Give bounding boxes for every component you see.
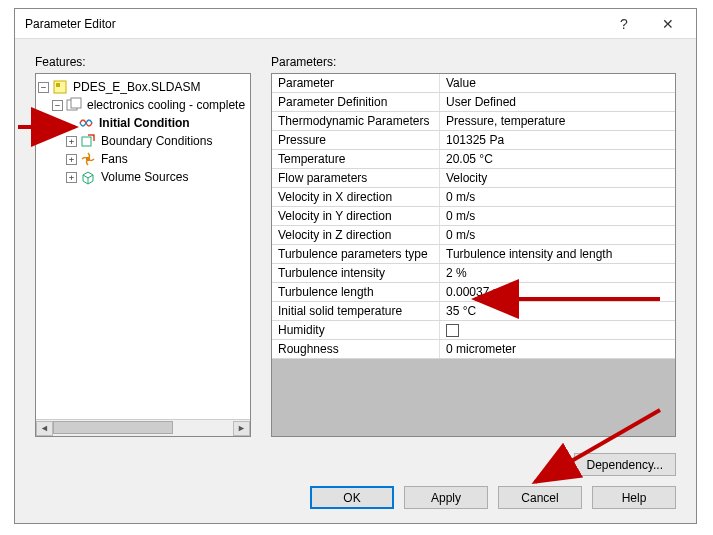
help-button[interactable]: Help xyxy=(592,486,676,509)
assembly-icon xyxy=(52,79,68,95)
param-value[interactable]: 20.05 °C xyxy=(440,150,675,168)
tree-root[interactable]: − PDES_E_Box.SLDASM xyxy=(38,78,248,96)
button-row-top: Dependency... xyxy=(35,453,676,476)
expand-toggle[interactable]: − xyxy=(38,82,49,93)
grid-row[interactable]: Thermodynamic ParametersPressure, temper… xyxy=(272,112,675,131)
initial-condition-icon xyxy=(78,115,94,131)
tree-label: Boundary Conditions xyxy=(99,134,214,148)
param-value[interactable]: Velocity xyxy=(440,169,675,187)
tree-project[interactable]: − electronics cooling - complete xyxy=(38,96,248,114)
grid-header: Parameter Value xyxy=(272,74,675,93)
tree-label: Volume Sources xyxy=(99,170,190,184)
tree-item-volume-sources[interactable]: + Volume Sources xyxy=(38,168,248,186)
parameters-label: Parameters: xyxy=(271,55,676,69)
tree-label: electronics cooling - complete xyxy=(85,98,247,112)
features-tree-box: − PDES_E_Box.SLDASM − electronics coo xyxy=(35,73,251,437)
param-name: Turbulence length xyxy=(272,283,440,301)
col-header-name: Parameter xyxy=(272,74,440,92)
param-name: Turbulence parameters type xyxy=(272,245,440,263)
parameters-grid-box: Parameter Value Parameter DefinitionUser… xyxy=(271,73,676,437)
grid-row[interactable]: Humidity xyxy=(272,321,675,340)
grid-row[interactable]: Turbulence intensity2 % xyxy=(272,264,675,283)
features-tree[interactable]: − PDES_E_Box.SLDASM − electronics coo xyxy=(36,74,250,419)
param-value[interactable]: Pressure, temperature xyxy=(440,112,675,130)
expand-toggle[interactable]: + xyxy=(66,136,77,147)
param-value[interactable]: 0 m/s xyxy=(440,207,675,225)
tree-label: PDES_E_Box.SLDASM xyxy=(71,80,202,94)
parameters-column: Parameters: Parameter Value Parameter De… xyxy=(271,55,676,437)
tree-item-fans[interactable]: + Fans xyxy=(38,150,248,168)
fans-icon xyxy=(80,151,96,167)
param-name: Humidity xyxy=(272,321,440,339)
grid-row[interactable]: Roughness0 micrometer xyxy=(272,340,675,359)
param-value[interactable]: 101325 Pa xyxy=(440,131,675,149)
grid-row[interactable]: Velocity in Z direction0 m/s xyxy=(272,226,675,245)
param-value[interactable]: 2 % xyxy=(440,264,675,282)
expand-toggle[interactable]: − xyxy=(52,100,63,111)
humidity-checkbox[interactable] xyxy=(446,324,459,337)
grid-row[interactable]: Turbulence length0.00037 m xyxy=(272,283,675,302)
grid-row[interactable]: Initial solid temperature35 °C xyxy=(272,302,675,321)
grid-row[interactable]: Parameter DefinitionUser Defined xyxy=(272,93,675,112)
param-name: Flow parameters xyxy=(272,169,440,187)
param-name: Velocity in Y direction xyxy=(272,207,440,225)
param-name: Parameter Definition xyxy=(272,93,440,111)
cancel-button[interactable]: Cancel xyxy=(498,486,582,509)
tree-label: Initial Condition xyxy=(97,116,192,130)
grid-row[interactable]: Temperature20.05 °C xyxy=(272,150,675,169)
param-value[interactable]: 35 °C xyxy=(440,302,675,320)
expand-toggle[interactable]: + xyxy=(66,154,77,165)
tree-item-boundary-conditions[interactable]: + Boundary Conditions xyxy=(38,132,248,150)
grid-empty-area xyxy=(272,359,675,436)
dependency-button[interactable]: Dependency... xyxy=(574,453,677,476)
parameter-editor-dialog: Parameter Editor ? ✕ Features: − PDES_E_… xyxy=(14,8,697,524)
title-bar: Parameter Editor ? ✕ xyxy=(15,9,696,39)
grid-row[interactable]: Turbulence parameters typeTurbulence int… xyxy=(272,245,675,264)
param-name: Pressure xyxy=(272,131,440,149)
ok-button[interactable]: OK xyxy=(310,486,394,509)
grid-row[interactable]: Velocity in Y direction0 m/s xyxy=(272,207,675,226)
param-name: Turbulence intensity xyxy=(272,264,440,282)
param-value[interactable]: 0 m/s xyxy=(440,226,675,244)
volume-sources-icon xyxy=(80,169,96,185)
scroll-right-button[interactable]: ► xyxy=(233,421,250,436)
param-name: Temperature xyxy=(272,150,440,168)
expand-toggle[interactable]: + xyxy=(66,172,77,183)
param-name: Roughness xyxy=(272,340,440,358)
grid-row[interactable]: Pressure101325 Pa xyxy=(272,131,675,150)
param-name: Thermodynamic Parameters xyxy=(272,112,440,130)
param-name: Initial solid temperature xyxy=(272,302,440,320)
tree-item-initial-condition[interactable]: Initial Condition xyxy=(38,114,248,132)
param-value[interactable]: 0 micrometer xyxy=(440,340,675,358)
svg-rect-4 xyxy=(82,137,91,146)
panes: Features: − PDES_E_Box.SLDASM − xyxy=(35,55,676,437)
param-value[interactable]: 0.00037 m xyxy=(440,283,675,301)
grid-row[interactable]: Flow parametersVelocity xyxy=(272,169,675,188)
features-label: Features: xyxy=(35,55,251,69)
apply-button[interactable]: Apply xyxy=(404,486,488,509)
svg-rect-3 xyxy=(71,98,81,108)
tree-label: Fans xyxy=(99,152,130,166)
param-value[interactable]: Turbulence intensity and length xyxy=(440,245,675,263)
scroll-thumb[interactable] xyxy=(53,421,173,434)
svg-rect-1 xyxy=(56,83,60,87)
scroll-left-button[interactable]: ◄ xyxy=(36,421,53,436)
window-title: Parameter Editor xyxy=(25,17,602,31)
button-row-bottom: OK Apply Cancel Help xyxy=(35,486,676,509)
param-value[interactable]: User Defined xyxy=(440,93,675,111)
scroll-track[interactable] xyxy=(53,421,233,436)
col-header-value: Value xyxy=(440,74,675,92)
help-context-button[interactable]: ? xyxy=(602,10,646,38)
tree-horizontal-scrollbar[interactable]: ◄ ► xyxy=(36,419,250,436)
param-value[interactable] xyxy=(440,322,675,339)
param-name: Velocity in Z direction xyxy=(272,226,440,244)
param-value[interactable]: 0 m/s xyxy=(440,188,675,206)
features-column: Features: − PDES_E_Box.SLDASM − xyxy=(35,55,251,437)
close-button[interactable]: ✕ xyxy=(646,10,690,38)
parameters-grid: Parameter Value Parameter DefinitionUser… xyxy=(272,74,675,436)
dialog-body: Features: − PDES_E_Box.SLDASM − xyxy=(15,39,696,523)
project-icon xyxy=(66,97,82,113)
boundary-conditions-icon xyxy=(80,133,96,149)
grid-row[interactable]: Velocity in X direction0 m/s xyxy=(272,188,675,207)
param-name: Velocity in X direction xyxy=(272,188,440,206)
